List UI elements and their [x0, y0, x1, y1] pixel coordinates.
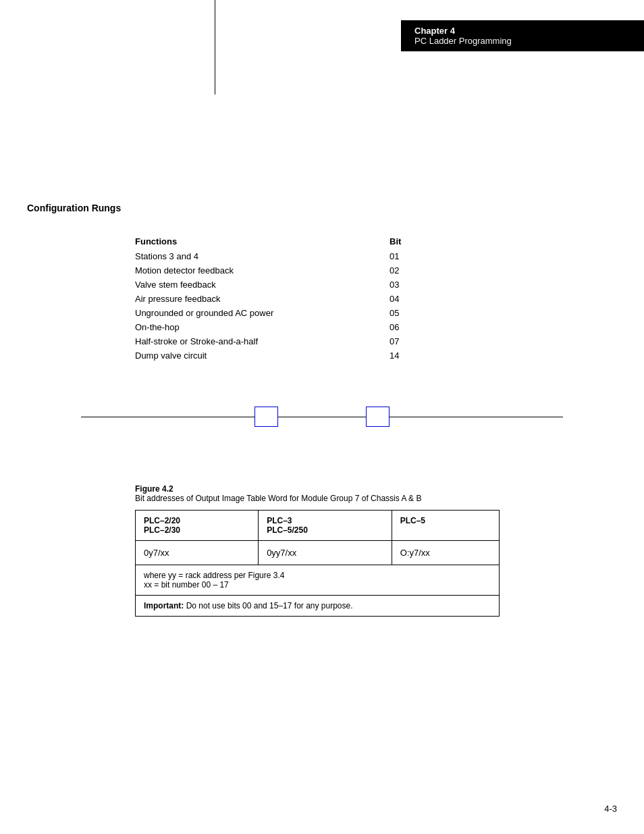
table-row: Dump valve circuit14	[135, 348, 405, 363]
table-val-plc220: 0y7/xx	[136, 541, 259, 565]
function-name: Valve stem feedback	[135, 278, 390, 292]
figure-label: Figure 4.2	[135, 484, 173, 494]
figure-section: Figure 4.2 Bit addresses of Output Image…	[27, 484, 617, 617]
function-name: Dump valve circuit	[135, 348, 390, 363]
table-val-plc5: O:y7/xx	[392, 541, 499, 565]
chapter-title: PC Ladder Programming	[414, 36, 630, 46]
bit-value: 14	[390, 348, 405, 363]
bit-value: 05	[390, 306, 405, 320]
table-important: Important: Do not use bits 00 and 15–17 …	[136, 596, 500, 617]
ladder-contact-left	[254, 407, 278, 427]
table-row: Air pressure feedback04	[135, 292, 405, 306]
table-row: Stations 3 and 401	[135, 249, 405, 263]
table-header-plc3: PLC–3 PLC–5/250	[259, 511, 392, 541]
bit-value: 03	[390, 278, 405, 292]
figure-caption: Figure 4.2 Bit addresses of Output Image…	[135, 484, 617, 503]
ladder-diagram	[27, 390, 617, 444]
note-line2: xx = bit number 00 – 17	[144, 580, 229, 590]
function-name: Motion detector feedback	[135, 263, 390, 278]
table-row: Motion detector feedback02	[135, 263, 405, 278]
figure-description: Bit addresses of Output Image Table Word…	[135, 494, 421, 503]
ladder-contact-right	[366, 407, 390, 427]
col-functions-header: Functions	[135, 234, 390, 249]
table-val-plc3: 0yy7/xx	[259, 541, 392, 565]
functions-table-container: Functions Bit Stations 3 and 401Motion d…	[135, 234, 617, 363]
data-table: PLC–2/20 PLC–2/30 PLC–3 PLC–5/250 PLC–5 …	[135, 510, 500, 617]
table-note: where yy = rack address per Figure 3.4 x…	[136, 565, 500, 596]
function-name: Stations 3 and 4	[135, 249, 390, 263]
function-name: Ungrounded or grounded AC power	[135, 306, 390, 320]
function-name: Half-stroke or Stroke-and-a-half	[135, 334, 390, 348]
table-header-plc5: PLC–5	[392, 511, 499, 541]
section-title: Configuration Rungs	[27, 203, 617, 213]
bit-value: 07	[390, 334, 405, 348]
table-row: On-the-hop06	[135, 320, 405, 334]
note-line1: where yy = rack address per Figure 3.4	[144, 571, 284, 580]
table-row: Ungrounded or grounded AC power05	[135, 306, 405, 320]
bit-value: 06	[390, 320, 405, 334]
table-header-plc220: PLC–2/20 PLC–2/30	[136, 511, 259, 541]
bit-value: 01	[390, 249, 405, 263]
function-name: Air pressure feedback	[135, 292, 390, 306]
function-name: On-the-hop	[135, 320, 390, 334]
col-bit-header: Bit	[390, 234, 405, 249]
table-row: Valve stem feedback03	[135, 278, 405, 292]
table-row: Half-stroke or Stroke-and-a-half07	[135, 334, 405, 348]
important-label: Important:	[144, 601, 184, 610]
chapter-label: Chapter 4	[414, 26, 630, 36]
functions-table: Functions Bit Stations 3 and 401Motion d…	[135, 234, 405, 363]
important-text: Do not use bits 00 and 15–17 for any pur…	[186, 601, 353, 610]
bit-value: 02	[390, 263, 405, 278]
bit-value: 04	[390, 292, 405, 306]
page-number: 4-3	[604, 804, 617, 814]
